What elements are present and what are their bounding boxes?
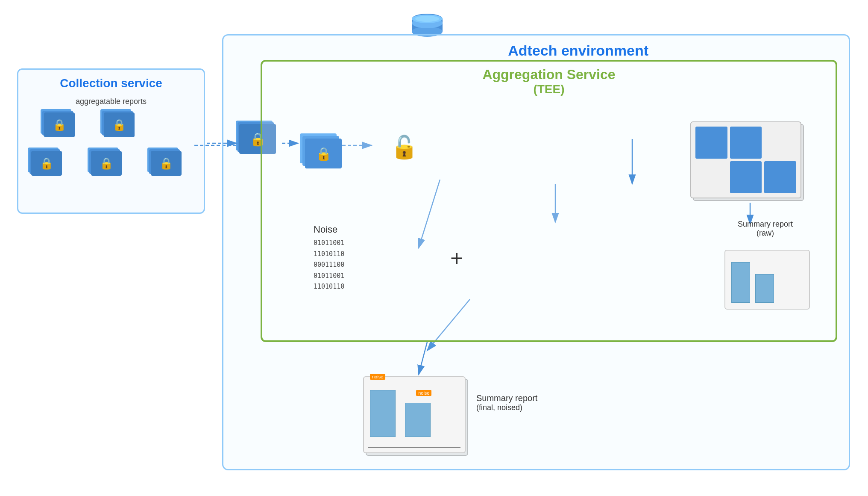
noise-label: Noise bbox=[314, 224, 344, 235]
doc-5: 🔒 bbox=[151, 151, 185, 178]
doc-4: 🔒 bbox=[91, 151, 125, 178]
noise-tag-2: noise bbox=[416, 390, 431, 396]
doc-3: 🔒 bbox=[31, 151, 65, 178]
summary-report-raw-label: Summary report (raw) bbox=[738, 220, 793, 238]
noise-section: Noise 0101100111010110000111000101100111… bbox=[314, 224, 344, 292]
aggregation-service-box: Aggregation Service (TEE) 🔒 🔓 bbox=[261, 60, 837, 342]
noise-binary: 0101100111010110000111000101100111010110 bbox=[314, 238, 344, 292]
summary-report-final-paper: noise noise bbox=[363, 376, 466, 453]
summary-report-final-label: Summary report (final, noised) bbox=[476, 393, 537, 412]
diagram-container: Adtech environment Collection service ag… bbox=[0, 0, 868, 496]
plus-sign: + bbox=[450, 245, 463, 271]
summary-report-raw-chart bbox=[724, 250, 810, 310]
summary-report-raw-visual bbox=[690, 121, 801, 198]
adtech-env-label: Adtech environment bbox=[508, 42, 648, 59]
noise-tag-1: noise bbox=[370, 374, 385, 380]
collection-service-box: Collection service aggregatable reports … bbox=[17, 68, 205, 214]
aggregation-service-label: Aggregation Service (TEE) bbox=[482, 67, 615, 96]
aggregatable-reports-label: aggregatable reports bbox=[76, 97, 147, 106]
unlocked-icon: 🔓 bbox=[390, 134, 418, 160]
doc-2: 🔒 bbox=[104, 112, 138, 140]
collection-service-label: Collection service bbox=[60, 77, 162, 90]
doc-1: 🔒 bbox=[44, 112, 78, 140]
svg-point-12 bbox=[415, 16, 439, 22]
